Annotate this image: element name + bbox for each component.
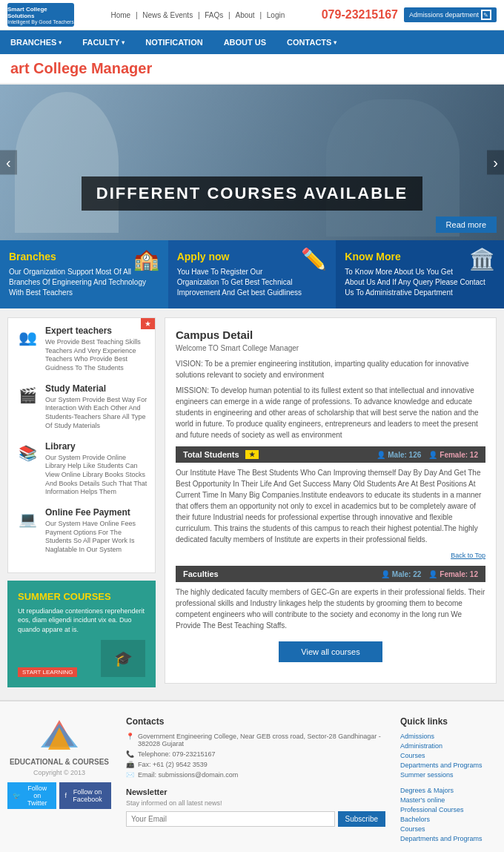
fee-payment-item: 💻 Online Fee Payment Our System Have Onl… <box>16 507 147 555</box>
logo-line1: Smart College Solutions <box>7 6 74 19</box>
read-more-button[interactable]: Read more <box>436 217 497 233</box>
nav-notification[interactable]: NOTIFICATION <box>135 30 213 54</box>
nav-contacts[interactable]: CONTACTS ▾ <box>276 30 347 54</box>
summer-courses-card: SUMMER COURSES Ut repudiandae contention… <box>7 581 156 688</box>
expert-teachers-title: Expert teachers <box>45 326 147 336</box>
link-bachelors[interactable]: Bachelors <box>400 816 497 823</box>
admissions-button[interactable]: Admissions department ✎ <box>404 7 497 22</box>
footer-logo-svg <box>37 716 82 753</box>
link-departments2[interactable]: Departments and Programs <box>400 835 497 842</box>
students-badge: ★ <box>245 450 259 459</box>
study-material-desc: Our System Provide Best Way For Interact… <box>45 396 147 431</box>
phone-number: 079-23215167 <box>322 8 398 22</box>
feature-boxes: 🏫 Branches Our Organization Support Most… <box>0 240 504 308</box>
contacts-title: Contacts <box>126 716 385 727</box>
study-icon: 🎬 <box>16 383 39 407</box>
faculties-male-count: 👤 Male: 22 <box>381 570 421 578</box>
left-panel: 👥 Expert teachers We Provide Best Teachi… <box>7 317 156 691</box>
summer-image: 🎓 <box>101 640 145 677</box>
campus-mission: MISSION: To develop human potential to i… <box>176 385 485 440</box>
link-courses2[interactable]: Courses <box>400 825 497 833</box>
contact-phone: 📞 Telephone: 079-23215167 <box>126 750 385 758</box>
link-admissions[interactable]: Admissions <box>400 733 497 740</box>
top-nav-faqs[interactable]: FAQs <box>205 11 223 19</box>
faculty-arrow-icon: ▾ <box>122 39 125 46</box>
contact-address: 📍 Government Engineering College, Near G… <box>126 733 385 747</box>
students-female-count: 👤 Female: 12 <box>428 451 478 459</box>
expert-teachers-item: 👥 Expert teachers We Provide Best Teachi… <box>16 326 147 373</box>
fee-payment-desc: Our System Have Online Fees Payment Opti… <box>45 520 147 555</box>
admissions-label: Admissions department <box>409 11 479 19</box>
link-summer-sessions[interactable]: Summer sessions <box>400 771 497 779</box>
branches-arrow-icon: ▾ <box>59 39 62 46</box>
newsletter-form: Subscribe <box>126 811 385 827</box>
campus-vision: VISION: To be a premier engineering inst… <box>176 358 485 380</box>
right-panel: Campus Detail Welcome TO Smart College M… <box>165 317 497 691</box>
students-stats: 👤 Male: 126 👤 Female: 12 <box>377 451 478 459</box>
fee-payment-title: Online Fee Payment <box>45 507 147 518</box>
link-professional[interactable]: Professional Courses <box>400 806 497 813</box>
back-to-top-link[interactable]: Back to Top <box>451 552 485 559</box>
newsletter-section: Newsletter Stay informed on all latest n… <box>126 787 385 827</box>
top-nav-about[interactable]: About <box>235 11 254 19</box>
nav-about[interactable]: ABOUT US <box>213 30 276 54</box>
library-icon: 📚 <box>16 441 39 465</box>
newsletter-email-input[interactable] <box>126 811 335 827</box>
study-material-text: Study Material Our System Provide Best W… <box>45 383 147 431</box>
link-degrees[interactable]: Degrees & Majors <box>400 787 497 794</box>
newsletter-subtitle: Stay informed on all latest news! <box>126 799 385 807</box>
footer-quick-links: Quick links Admissions Administration Co… <box>400 716 497 845</box>
feature-box-branches: 🏫 Branches Our Organization Support Most… <box>0 240 168 308</box>
link-courses[interactable]: Courses <box>400 752 497 759</box>
nav-faculty[interactable]: FACULTY ▾ <box>72 30 135 54</box>
facebook-button[interactable]: f Follow on Facebook <box>59 782 111 809</box>
facebook-icon: f <box>64 792 67 799</box>
footer-brand: EDUCATIONAL & COURSES Copyright © 2013 🐦… <box>7 716 111 845</box>
footer-brand-name: EDUCATIONAL & COURSES <box>7 758 111 766</box>
top-bar: Smart College Solutions Intelligent By G… <box>0 0 504 30</box>
payment-icon: 💻 <box>16 507 39 531</box>
top-nav-news[interactable]: News & Events <box>142 11 193 19</box>
start-learning-button[interactable]: START LEARNING <box>18 667 77 677</box>
know-icon: 🏛️ <box>469 247 495 271</box>
library-text: Library Our System Provide Online Librar… <box>45 441 147 497</box>
top-right: 079-23215167 Admissions department ✎ <box>322 7 497 22</box>
twitter-icon: 🐦 <box>13 792 21 799</box>
teacher-icon: 👥 <box>16 326 39 349</box>
top-nav-home[interactable]: Home <box>110 11 130 19</box>
expert-teachers-text: Expert teachers We Provide Best Teaching… <box>45 326 147 373</box>
page-title-bar: art College Manager <box>0 54 504 85</box>
hero-next-arrow[interactable]: › <box>487 151 504 175</box>
main-nav: BRANCHES ▾ FACULTY ▾ NOTIFICATION ABOUT … <box>0 30 504 54</box>
expert-teachers-desc: We Provide Best Teaching Skills Teachers… <box>45 338 147 373</box>
hero-section: ‹ › DIFFERENT COURSES AVAILABLE Read mor… <box>0 85 504 240</box>
contact-email: ✉️ Email: submissions@domain.com <box>126 771 385 779</box>
page-title: art College Manager <box>10 60 494 77</box>
feature-box-know: 🏛️ Know More To Know More About Us You G… <box>336 240 504 308</box>
hero-overlay: DIFFERENT COURSES AVAILABLE <box>0 176 504 211</box>
campus-card: Campus Detail Welcome TO Smart College M… <box>165 317 497 684</box>
fax-icon: 📠 <box>126 761 134 768</box>
link-administration[interactable]: Administration <box>400 742 497 750</box>
footer-logo <box>37 716 82 753</box>
top-nav-login[interactable]: Login <box>267 11 285 19</box>
summer-courses-title: SUMMER COURSES <box>18 591 145 602</box>
footer-inner: EDUCATIONAL & COURSES Copyright © 2013 🐦… <box>7 716 497 845</box>
twitter-button[interactable]: 🐦 Follow on Twitter <box>7 782 56 809</box>
phone-icon: 📞 <box>126 750 134 758</box>
link-departments[interactable]: Departments and Programs <box>400 762 497 769</box>
study-material-item: 🎬 Study Material Our System Provide Best… <box>16 383 147 431</box>
apply-text: You Have To Register Our Organization To… <box>177 267 328 298</box>
view-all-courses-button[interactable]: View all courses <box>279 641 382 662</box>
link-masters[interactable]: Master's online <box>400 796 497 804</box>
address-icon: 📍 <box>126 733 134 740</box>
hero-prev-arrow[interactable]: ‹ <box>0 151 17 175</box>
contact-fax: 📠 Fax: +61 (2) 9542 3539 <box>126 761 385 768</box>
features-card: 👥 Expert teachers We Provide Best Teachi… <box>7 317 156 573</box>
branches-text: Our Organization Support Most Of All Bra… <box>9 267 159 298</box>
faculties-label: Faculties <box>183 569 219 578</box>
nav-branches[interactable]: BRANCHES ▾ <box>0 30 72 54</box>
campus-subtitle: Welcome TO Smart College Manager <box>176 344 485 352</box>
newsletter-subscribe-button[interactable]: Subscribe <box>338 811 385 827</box>
contacts-arrow-icon: ▾ <box>334 39 336 46</box>
